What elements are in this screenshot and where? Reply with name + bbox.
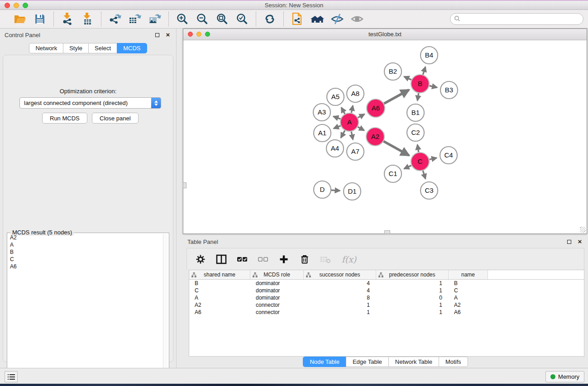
cell-shared-name[interactable]: A6 xyxy=(189,309,250,316)
refresh-icon[interactable] xyxy=(263,12,277,26)
resize-grip[interactable] xyxy=(580,227,586,233)
cell-successor-nodes[interactable]: 8 xyxy=(304,294,376,301)
cell-MCDS-role[interactable]: connector xyxy=(250,309,304,316)
zoom-fit-icon[interactable] xyxy=(215,12,229,26)
cell-shared-name[interactable]: A2 xyxy=(189,301,250,309)
float-panel-icon[interactable] xyxy=(153,31,161,38)
cell-predecessor-nodes[interactable]: 1 xyxy=(376,287,449,294)
node-B1[interactable]: B1 xyxy=(407,104,424,121)
zoom-selected-icon[interactable] xyxy=(235,12,249,26)
edge-C-C2[interactable] xyxy=(417,145,419,152)
table-row[interactable]: A2connector11A2 xyxy=(189,301,584,309)
cell-MCDS-role[interactable]: dominator xyxy=(250,287,304,294)
delete-columns-icon[interactable] xyxy=(299,254,310,265)
node-C3[interactable]: C3 xyxy=(421,182,438,199)
table-header-row[interactable]: shared nameMCDS rolesuccessor nodesprede… xyxy=(189,270,584,280)
cell-shared-name[interactable]: B xyxy=(189,280,250,287)
node-A7[interactable]: A7 xyxy=(347,143,364,160)
cell-MCDS-role[interactable]: dominator xyxy=(250,280,304,287)
task-history-button[interactable] xyxy=(5,371,18,382)
edge-A-A5[interactable] xyxy=(341,108,345,114)
tab-edge-table[interactable]: Edge Table xyxy=(346,357,388,367)
criterion-dropdown[interactable]: largest connected component (directed) xyxy=(19,97,161,109)
cell-name[interactable]: A xyxy=(449,294,488,301)
node-A2[interactable]: A2 xyxy=(366,128,384,146)
horizontal-scroll-nub[interactable] xyxy=(384,230,390,234)
node-C2[interactable]: C2 xyxy=(407,124,424,141)
cell-successor-nodes[interactable]: 1 xyxy=(304,309,376,316)
open-file-icon[interactable] xyxy=(13,12,27,26)
tab-network[interactable]: Network xyxy=(29,43,63,53)
column-header-successor-nodes[interactable]: successor nodes xyxy=(304,270,376,279)
window-controls[interactable] xyxy=(5,3,28,8)
import-table-icon[interactable] xyxy=(81,12,94,26)
import-network-icon[interactable] xyxy=(61,12,74,26)
export-image-icon[interactable] xyxy=(148,12,162,26)
new-network-from-selection-icon[interactable] xyxy=(291,12,304,26)
node-C1[interactable]: C1 xyxy=(384,165,402,182)
edge-B-B4[interactable] xyxy=(423,67,425,75)
vertical-scroll-nub[interactable] xyxy=(183,182,186,188)
cell-name[interactable]: B xyxy=(449,280,488,287)
cell-name[interactable]: A2 xyxy=(449,301,488,309)
node-A5[interactable]: A5 xyxy=(327,88,344,105)
node-C[interactable]: C xyxy=(411,152,429,171)
edge-A2-C[interactable] xyxy=(383,141,409,155)
edge-A-A8[interactable] xyxy=(351,105,353,113)
show-graphics-details-icon[interactable] xyxy=(330,12,344,26)
edge-A-A2[interactable] xyxy=(358,127,364,130)
node-A3[interactable]: A3 xyxy=(313,104,330,121)
edge-A-A4[interactable] xyxy=(341,130,345,138)
network-minimize-button[interactable] xyxy=(196,32,201,37)
result-item[interactable]: A2 xyxy=(8,234,163,241)
zoom-window-button[interactable] xyxy=(23,3,28,8)
network-zoom-button[interactable] xyxy=(205,32,210,37)
result-scrollbar[interactable] xyxy=(163,234,168,385)
first-neighbors-icon[interactable] xyxy=(311,12,324,26)
tab-node-table[interactable]: Node Table xyxy=(303,357,346,367)
cell-name[interactable]: C xyxy=(449,287,488,294)
result-item[interactable]: A6 xyxy=(8,263,163,270)
node-A8[interactable]: A8 xyxy=(347,85,364,102)
cell-successor-nodes[interactable]: 4 xyxy=(304,287,376,294)
tab-network-table[interactable]: Network Table xyxy=(388,357,439,367)
cell-shared-name[interactable]: C xyxy=(189,287,250,294)
zoom-out-icon[interactable] xyxy=(196,12,209,26)
node-B[interactable]: B xyxy=(411,75,429,93)
result-item[interactable]: C xyxy=(8,256,163,263)
cell-predecessor-nodes[interactable]: 0 xyxy=(376,294,449,301)
hide-selected-icon[interactable] xyxy=(350,12,364,26)
edge-C-C1[interactable] xyxy=(404,166,411,169)
node-A[interactable]: A xyxy=(340,113,359,131)
cell-predecessor-nodes[interactable]: 1 xyxy=(376,301,449,309)
select-all-icon[interactable] xyxy=(237,254,248,265)
edge-A6-B[interactable] xyxy=(384,90,409,104)
edge-A-A1[interactable] xyxy=(334,126,340,129)
network-canvas[interactable]: B4B2BB3A8A5A6A3B1AC2A1A2A4A7C4CC1C3DD1 xyxy=(184,41,586,233)
node-C4[interactable]: C4 xyxy=(440,147,457,164)
tab-motifs[interactable]: Motifs xyxy=(439,357,468,367)
run-mcds-button[interactable]: Run MCDS xyxy=(42,113,87,124)
deselect-all-icon[interactable] xyxy=(258,254,268,265)
close-panel-icon[interactable]: × xyxy=(164,31,172,38)
add-column-icon[interactable] xyxy=(278,254,289,265)
cell-predecessor-nodes[interactable]: 1 xyxy=(376,309,449,316)
zoom-in-icon[interactable] xyxy=(176,12,189,26)
export-network-icon[interactable] xyxy=(108,12,122,26)
network-close-button[interactable] xyxy=(188,32,193,37)
mcds-result-list[interactable]: A2ABCA6 xyxy=(8,234,163,385)
search-field[interactable] xyxy=(450,13,583,25)
table-row[interactable]: Bdominator41B xyxy=(189,280,584,287)
node-B4[interactable]: B4 xyxy=(421,47,438,64)
minimize-window-button[interactable] xyxy=(14,3,19,8)
column-header-shared-name[interactable]: shared name xyxy=(189,270,250,279)
result-item[interactable]: B xyxy=(8,248,163,256)
table-body[interactable]: Bdominator41BCdominator41CAdominator80AA… xyxy=(189,280,584,316)
table-row[interactable]: Adominator80A xyxy=(189,294,584,301)
edge-C-C4[interactable] xyxy=(429,158,436,160)
tab-mcds[interactable]: MCDS xyxy=(117,43,147,53)
search-input[interactable] xyxy=(460,14,583,24)
network-window-titlebar[interactable]: testGlobe.txt xyxy=(183,29,587,40)
edge-B-B3[interactable] xyxy=(430,86,437,87)
edge-A-A3[interactable] xyxy=(333,116,340,119)
